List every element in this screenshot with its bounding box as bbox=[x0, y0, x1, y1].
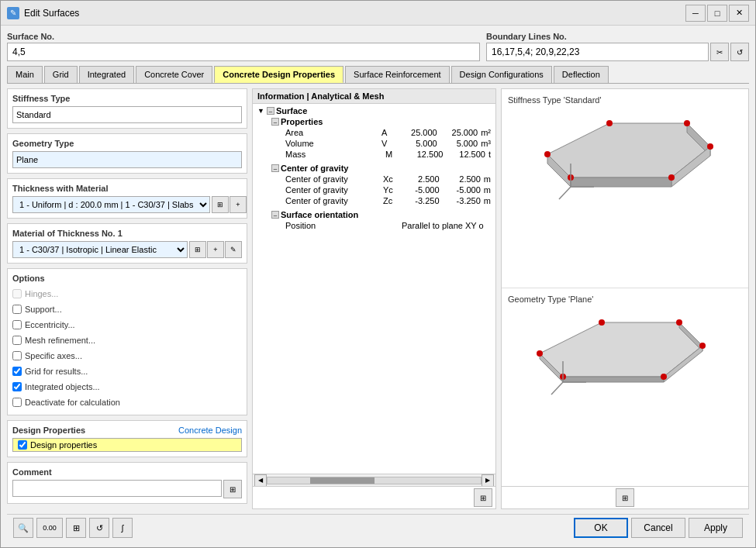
orientation-collapse-icon[interactable]: – bbox=[271, 211, 279, 219]
option-hinges-checkbox[interactable] bbox=[12, 289, 22, 298]
integral-button[interactable]: ∫ bbox=[112, 518, 133, 538]
thickness-label: Thickness with Material bbox=[12, 184, 242, 193]
option-integrated-objects[interactable]: Integrated objects... bbox=[12, 379, 242, 395]
ok-button[interactable]: OK bbox=[574, 518, 628, 538]
boundary-no-input[interactable] bbox=[486, 43, 709, 61]
close-button[interactable]: ✕ bbox=[729, 5, 749, 22]
info-toolbar: ⊞ bbox=[253, 486, 495, 508]
stiffness-shape-svg bbox=[524, 108, 726, 232]
orientation-header: – Surface orientation bbox=[271, 209, 492, 220]
geometry-type-select[interactable]: Plane bbox=[12, 151, 242, 168]
cog-xc-val2: 2.500 bbox=[440, 174, 481, 184]
option-grid-results-checkbox[interactable] bbox=[12, 367, 22, 376]
geometry-preview-label: Geometry Type 'Plane' bbox=[508, 295, 593, 304]
material-table-icon[interactable]: ⊞ bbox=[189, 241, 206, 258]
scroll-left-button[interactable]: ◀ bbox=[254, 474, 267, 487]
thickness-select[interactable]: 1 - Uniform | d : 200.0 mm | 1 - C30/37 … bbox=[12, 196, 210, 213]
mass-name: Mass bbox=[285, 150, 385, 159]
material-select[interactable]: 1 - C30/37 | Isotropic | Linear Elastic bbox=[12, 241, 188, 258]
comment-icon[interactable]: ⊞ bbox=[223, 480, 242, 498]
stiffness-type-select[interactable]: Standard bbox=[12, 106, 242, 123]
design-props-button[interactable]: Design properties bbox=[12, 438, 242, 452]
tab-concrete-cover[interactable]: Concrete Cover bbox=[136, 66, 212, 83]
info-panel-content[interactable]: ▼ – Surface – Properties bbox=[253, 104, 495, 474]
tab-concrete-design-properties[interactable]: Concrete Design Properties bbox=[214, 66, 343, 83]
orientation-title: Surface orientation bbox=[281, 210, 358, 219]
cog-xc-name: Center of gravity bbox=[285, 174, 383, 184]
position-name: Position bbox=[285, 221, 386, 230]
volume-name: Volume bbox=[285, 139, 381, 148]
properties-rows: Area A 25.000 25.000 m² Volume V bbox=[271, 127, 492, 160]
option-mesh-refinement-checkbox[interactable] bbox=[12, 336, 22, 345]
search-button[interactable]: 🔍 bbox=[13, 518, 33, 538]
options-label: Options bbox=[12, 274, 242, 283]
option-specific-axes[interactable]: Specific axes... bbox=[12, 348, 242, 364]
boundary-select-icon[interactable]: ✂ bbox=[710, 43, 729, 61]
option-deactivate[interactable]: Deactivate for calculation bbox=[12, 395, 242, 410]
option-support-checkbox[interactable] bbox=[12, 305, 22, 314]
preview-grid-icon[interactable]: ⊞ bbox=[616, 488, 634, 507]
surface-no-group: Surface No. bbox=[7, 32, 480, 61]
option-eccentricity-checkbox[interactable] bbox=[12, 320, 22, 329]
window-title: Edit Surfaces bbox=[24, 8, 685, 19]
tab-integrated[interactable]: Integrated bbox=[79, 66, 135, 83]
tab-grid[interactable]: Grid bbox=[44, 66, 78, 83]
scroll-right-button[interactable]: ▶ bbox=[482, 474, 494, 487]
left-panel: Stiffness Type Standard Geometry Type Pl… bbox=[7, 88, 247, 509]
geometry-preview: Geometry Type 'Plane' bbox=[502, 288, 748, 487]
comment-row: ⊞ bbox=[12, 480, 242, 498]
comment-input[interactable] bbox=[12, 480, 222, 497]
boundary-no-group: Boundary Lines No. ✂ ↺ bbox=[486, 32, 749, 61]
tab-main[interactable]: Main bbox=[7, 66, 43, 83]
surface-collapse-icon[interactable]: – bbox=[267, 107, 274, 115]
properties-collapse-icon[interactable]: – bbox=[271, 118, 279, 126]
option-grid-results-label: Grid for results... bbox=[25, 367, 88, 376]
properties-subsection: – Properties Area A 25.000 25.000 bbox=[256, 116, 492, 160]
surface-no-input[interactable] bbox=[7, 43, 480, 61]
option-specific-axes-label: Specific axes... bbox=[25, 351, 82, 360]
option-eccentricity[interactable]: Eccentricity... bbox=[12, 317, 242, 333]
cancel-button[interactable]: Cancel bbox=[631, 518, 685, 538]
tab-deflection[interactable]: Deflection bbox=[554, 66, 609, 83]
material-edit-icon[interactable]: ✎ bbox=[225, 241, 242, 258]
minimize-button[interactable]: ─ bbox=[685, 5, 706, 22]
mass-val2: 12.500 bbox=[443, 150, 485, 159]
title-bar: ✎ Edit Surfaces ─ □ ✕ bbox=[1, 1, 755, 26]
area-unit: m² bbox=[481, 128, 491, 137]
option-grid-results[interactable]: Grid for results... bbox=[12, 364, 242, 379]
design-props-checkbox[interactable] bbox=[18, 440, 27, 450]
zero-button[interactable]: 0.00 bbox=[36, 518, 63, 538]
option-deactivate-checkbox[interactable] bbox=[12, 398, 22, 407]
scrollbar-area: ◀ ▶ bbox=[253, 474, 495, 486]
grid-button[interactable]: ⊞ bbox=[66, 518, 86, 538]
option-eccentricity-label: Eccentricity... bbox=[25, 320, 75, 329]
horizontal-scrollbar[interactable] bbox=[267, 477, 482, 484]
volume-val2: 5.000 bbox=[437, 139, 478, 148]
design-props-link[interactable]: Concrete Design bbox=[178, 426, 242, 435]
option-mesh-refinement[interactable]: Mesh refinement... bbox=[12, 333, 242, 348]
tab-design-configurations[interactable]: Design Configurations bbox=[451, 66, 552, 83]
material-add-icon[interactable]: + bbox=[207, 241, 224, 258]
stiffness-preview-label: Stiffness Type 'Standard' bbox=[508, 95, 602, 105]
refresh-button[interactable]: ↺ bbox=[89, 518, 109, 538]
cog-collapse-icon[interactable]: – bbox=[271, 164, 279, 172]
material-row: 1 - C30/37 | Isotropic | Linear Elastic … bbox=[12, 241, 242, 258]
info-grid-icon[interactable]: ⊞ bbox=[474, 488, 492, 507]
area-row: Area A 25.000 25.000 m² bbox=[284, 127, 492, 138]
boundary-refresh-icon[interactable]: ↺ bbox=[730, 43, 749, 61]
maximize-button[interactable]: □ bbox=[707, 5, 727, 22]
tab-surface-reinforcement[interactable]: Surface Reinforcement bbox=[345, 66, 450, 83]
cog-xc-val1: 2.500 bbox=[398, 174, 439, 184]
option-hinges[interactable]: Hinges... bbox=[12, 286, 242, 302]
material-icons: ⊞ + ✎ bbox=[189, 241, 242, 258]
svg-point-22 bbox=[699, 343, 706, 349]
apply-button[interactable]: Apply bbox=[689, 518, 743, 538]
option-specific-axes-checkbox[interactable] bbox=[12, 351, 22, 360]
thickness-table-icon[interactable]: ⊞ bbox=[212, 196, 229, 213]
cog-yc-val2: -5.000 bbox=[440, 185, 481, 195]
thickness-add-icon[interactable]: + bbox=[230, 196, 247, 213]
preview-toolbar: ⊞ bbox=[502, 486, 748, 508]
option-support[interactable]: Support... bbox=[12, 302, 242, 317]
option-integrated-objects-checkbox[interactable] bbox=[12, 382, 22, 391]
surface-expand-icon[interactable]: ▼ bbox=[257, 107, 267, 115]
